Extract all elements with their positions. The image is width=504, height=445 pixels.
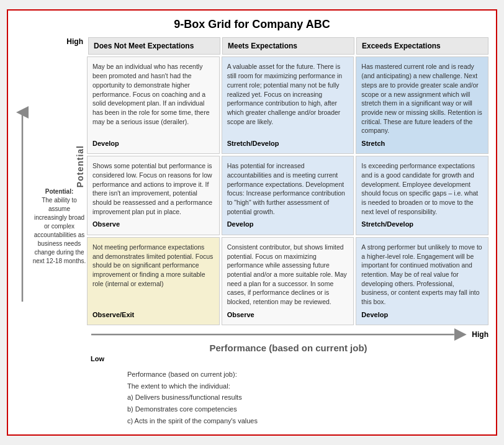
grid-row-3: Not meeting performance expectations and… bbox=[87, 237, 488, 325]
page-title: 9-Box Grid for Company ABC bbox=[16, 18, 488, 31]
cell-1-1: May be an individual who has recently be… bbox=[87, 56, 220, 154]
cell-3-2-text: Consistent contributor, but shows limite… bbox=[227, 243, 349, 307]
x-axis-low-row: Low bbox=[88, 355, 488, 362]
cell-2-1: Shows some potential but performance is … bbox=[87, 156, 220, 235]
y-axis-area: High Potential bbox=[16, 37, 87, 362]
cell-2-3-text: Is exceeding performance expectations an… bbox=[361, 161, 483, 216]
y-axis-description: Potential: The ability to assume increas… bbox=[32, 187, 88, 266]
cell-3-1-text: Not meeting performance expectations and… bbox=[92, 243, 214, 307]
footer-line-5: c) Acts in the spirit of the company's v… bbox=[127, 415, 488, 427]
footer-line-1: Performance (based on current job): bbox=[127, 369, 488, 380]
footer-line-3: a) Delivers business/functional results bbox=[127, 392, 488, 403]
x-axis-area: High Performance (based on current job) … bbox=[87, 328, 488, 362]
cell-2-2-text: Has potential for increased accountabili… bbox=[227, 161, 349, 216]
cell-1-2-action: Stretch/Develop bbox=[227, 139, 349, 148]
cell-3-3: A strong performer but unlikely to move … bbox=[356, 237, 488, 325]
grid-rows: May be an individual who has recently be… bbox=[87, 56, 488, 325]
x-axis-arrow-row: High bbox=[88, 328, 488, 341]
col-header-1: Does Not Meet Expectations bbox=[88, 37, 220, 55]
cell-3-3-action: Develop bbox=[361, 310, 483, 320]
column-headers: Does Not Meet Expectations Meets Expecta… bbox=[87, 37, 488, 55]
y-axis-arrow bbox=[16, 106, 29, 305]
x-axis-low-label: Low bbox=[88, 355, 104, 362]
cell-1-1-action: Develop bbox=[92, 139, 214, 148]
y-desc-block: Potential Potential: The ability to assu… bbox=[32, 48, 90, 362]
cell-3-2: Consistent contributor, but shows limite… bbox=[222, 237, 354, 325]
col-header-3: Exceeds Expectations bbox=[356, 37, 488, 55]
cell-3-1: Not meeting performance expectations and… bbox=[87, 237, 220, 325]
cell-2-3: Is exceeding performance expectations an… bbox=[356, 156, 488, 235]
grid-row-1: May be an individual who has recently be… bbox=[87, 56, 488, 154]
x-axis-high-label: High bbox=[472, 330, 488, 339]
cell-1-1-text: May be an individual who has recently be… bbox=[92, 62, 214, 135]
cell-1-3: Has mastered current role and is ready (… bbox=[356, 56, 488, 154]
grid-wrapper: High Potential bbox=[16, 37, 488, 362]
cell-1-3-action: Stretch bbox=[361, 139, 483, 148]
y-axis-desc-text: The ability to assume increasingly broad… bbox=[33, 197, 86, 264]
footer-line-2: The extent to which the individual: bbox=[127, 380, 488, 392]
cell-2-2: Has potential for increased accountabili… bbox=[222, 156, 354, 235]
y-potential-label-container bbox=[13, 48, 32, 362]
cell-2-2-action: Develop bbox=[227, 220, 349, 229]
x-axis-arrow bbox=[88, 328, 469, 341]
y-potential-label: Potential bbox=[75, 145, 85, 187]
main-container: 9-Box Grid for Company ABC High bbox=[7, 9, 497, 435]
cell-2-1-action: Observe bbox=[92, 220, 214, 229]
x-axis-label: Performance (based on current job) bbox=[209, 343, 367, 353]
footer-area: Performance (based on current job): The … bbox=[16, 369, 488, 426]
y-axis-desc-title: Potential: bbox=[45, 188, 74, 195]
cell-3-3-text: A strong performer but unlikely to move … bbox=[361, 243, 483, 307]
col-header-2: Meets Expectations bbox=[222, 37, 354, 55]
cell-2-3-action: Stretch/Develop bbox=[361, 220, 483, 229]
grid-and-axis: Does Not Meet Expectations Meets Expecta… bbox=[87, 37, 488, 362]
y-axis-row: Potential Potential: The ability to assu… bbox=[13, 48, 90, 362]
cell-1-2: A valuable asset for the future. There i… bbox=[222, 56, 354, 154]
cell-1-3-text: Has mastered current role and is ready (… bbox=[361, 62, 483, 135]
y-axis-high-label: High bbox=[16, 37, 87, 46]
cell-2-1-text: Shows some potential but performance is … bbox=[92, 161, 214, 216]
cell-3-2-action: Observe bbox=[227, 310, 349, 320]
footer-line-4: b) Demonstrates core competencies bbox=[127, 403, 488, 415]
cell-3-1-action: Observe/Exit bbox=[92, 310, 214, 320]
cell-1-2-text: A valuable asset for the future. There i… bbox=[227, 62, 349, 135]
grid-row-2: Shows some potential but performance is … bbox=[87, 156, 488, 235]
